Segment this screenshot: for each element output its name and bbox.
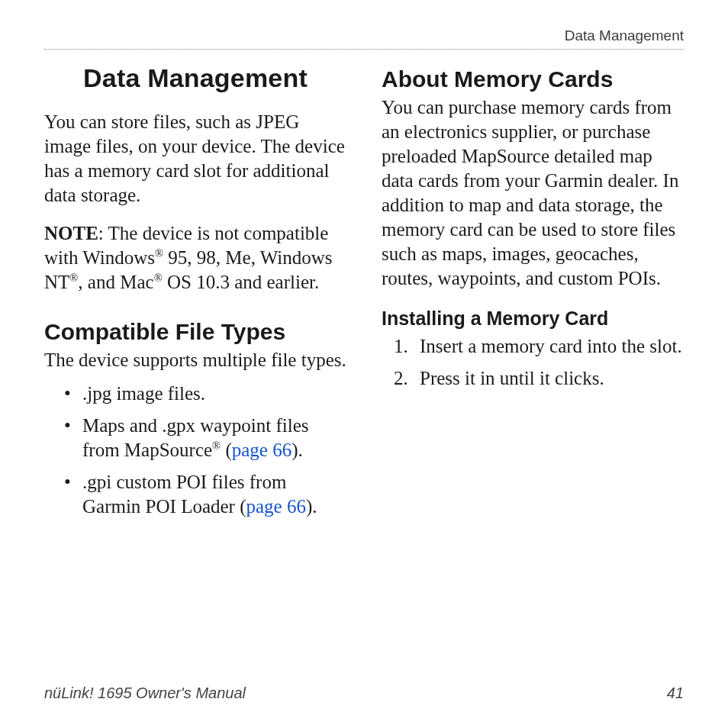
- page-footer: nüLink! 1695 Owner's Manual 41: [44, 685, 684, 702]
- compatible-file-types-heading: Compatible File Types: [44, 319, 346, 345]
- list-item: Press it in until it clicks.: [403, 366, 684, 391]
- right-column: About Memory Cards You can purchase memo…: [382, 63, 684, 527]
- intro-paragraph: You can store files, such as JPEG image …: [44, 110, 346, 208]
- chapter-title: Data Management: [44, 63, 346, 93]
- registered-mark: ®: [69, 272, 78, 284]
- note-text-4: OS 10.3 and earlier.: [163, 272, 320, 292]
- running-head: Data Management: [44, 27, 684, 50]
- list-item: .gpi custom POI files from Garmin POI Lo…: [66, 470, 346, 519]
- page-66-link[interactable]: page 66: [246, 496, 306, 517]
- two-column-layout: Data Management You can store files, suc…: [44, 63, 684, 527]
- list-item-text: ).: [306, 496, 317, 517]
- list-item: Insert a memory card into the slot.: [403, 334, 684, 359]
- install-steps-list: Insert a memory card into the slot. Pres…: [382, 334, 684, 391]
- manual-title: nüLink! 1695 Owner's Manual: [44, 685, 246, 702]
- page-number: 41: [667, 685, 684, 702]
- installing-memory-card-heading: Installing a Memory Card: [382, 308, 684, 330]
- list-item-text: ).: [292, 440, 303, 460]
- list-item-text: (: [221, 440, 232, 460]
- note-paragraph: NOTE: The device is not compatible with …: [44, 221, 346, 295]
- registered-mark: ®: [155, 247, 163, 259]
- registered-mark: ®: [212, 440, 221, 452]
- left-column: Data Management You can store files, suc…: [44, 63, 346, 527]
- note-text-3: , and Mac: [78, 272, 153, 292]
- file-types-list: .jpg image files. Maps and .gpx waypoint…: [44, 382, 346, 519]
- list-item: .jpg image files.: [66, 382, 346, 406]
- page-66-link[interactable]: page 66: [232, 440, 292, 460]
- about-memory-cards-heading: About Memory Cards: [382, 66, 684, 92]
- compatible-intro: The device supports multiple file types.: [44, 348, 346, 372]
- registered-mark: ®: [154, 272, 163, 284]
- memory-cards-paragraph: You can purchase memory cards from an el…: [382, 95, 684, 291]
- list-item: Maps and .gpx waypoint files from MapSou…: [66, 414, 346, 462]
- note-label: NOTE: [44, 223, 98, 243]
